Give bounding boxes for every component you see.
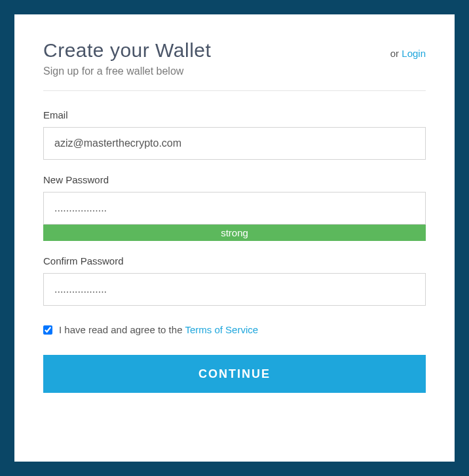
login-link[interactable]: Login (402, 48, 426, 59)
subtitle: Sign up for a free wallet below (43, 65, 426, 77)
confirm-password-field-group: Confirm Password (43, 255, 426, 306)
confirm-password-label: Confirm Password (43, 255, 426, 266)
confirm-password-input[interactable] (43, 273, 426, 306)
continue-button[interactable]: CONTINUE (43, 355, 426, 393)
email-field-group: Email (43, 109, 426, 160)
terms-row: I have read and agree to the Terms of Se… (43, 324, 426, 335)
terms-link[interactable]: Terms of Service (185, 324, 258, 335)
email-label: Email (43, 109, 426, 120)
password-strength-bar: strong (43, 225, 426, 241)
terms-checkbox[interactable] (43, 325, 52, 335)
new-password-input[interactable] (43, 192, 426, 225)
or-text: or (390, 48, 402, 59)
divider (43, 90, 426, 91)
new-password-field-group: New Password strong (43, 174, 426, 241)
new-password-label: New Password (43, 174, 426, 185)
page-title: Create your Wallet (43, 39, 211, 62)
terms-text: I have read and agree to the Terms of Se… (59, 324, 258, 335)
signup-card: Create your Wallet or Login Sign up for … (14, 14, 455, 462)
login-switch: or Login (390, 48, 426, 59)
header: Create your Wallet or Login (43, 39, 426, 62)
email-input[interactable] (43, 127, 426, 160)
terms-prefix: I have read and agree to the (59, 324, 185, 335)
